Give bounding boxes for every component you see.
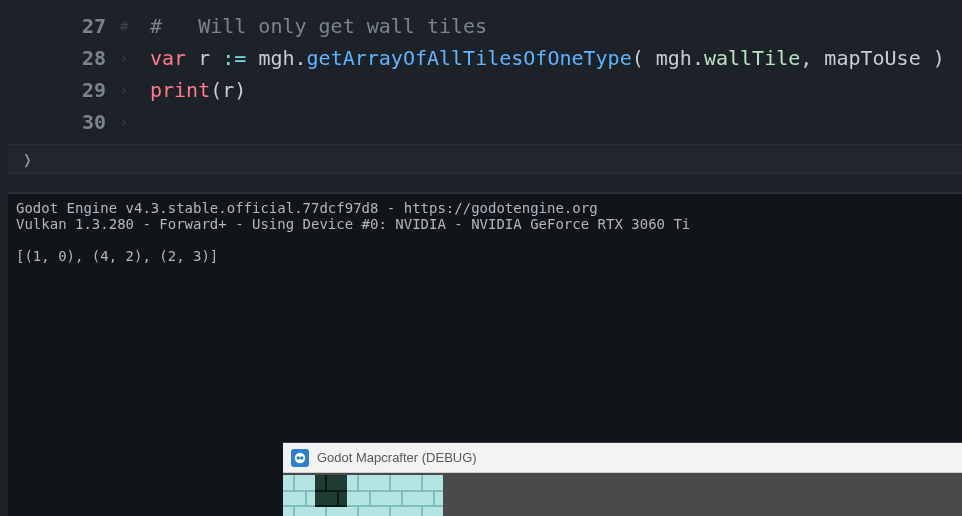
line-number: 29 xyxy=(0,74,120,106)
fold-marker: › xyxy=(120,106,150,138)
floor-tile xyxy=(283,475,315,507)
output-panel[interactable]: Godot Engine v4.3.stable.official.77dcf9… xyxy=(8,192,962,516)
line-number: 27 xyxy=(0,10,120,42)
floor-tile xyxy=(379,475,411,507)
game-window-title: Godot Mapcrafter (DEBUG) xyxy=(317,450,477,465)
floor-tile xyxy=(347,507,379,516)
line-number: 28 xyxy=(0,42,120,74)
fold-marker: › xyxy=(120,42,150,74)
output-print-line: [(1, 0), (4, 2), (2, 3)] xyxy=(8,232,962,264)
chevron-right-icon: ❭ xyxy=(22,149,33,170)
floor-tile xyxy=(283,507,315,516)
code-line[interactable]: 29›print(r) xyxy=(0,74,962,106)
game-viewport xyxy=(283,473,962,516)
output-engine-line: Godot Engine v4.3.stable.official.77dcf9… xyxy=(8,194,962,216)
floor-tile xyxy=(411,507,443,516)
wall-tile xyxy=(315,475,347,507)
code-content[interactable]: var r := mgh.getArrayOfAllTilesOfOneType… xyxy=(150,42,945,74)
code-line[interactable]: 28›var r := mgh.getArrayOfAllTilesOfOneT… xyxy=(0,42,962,74)
floor-tile xyxy=(411,475,443,507)
svg-point-1 xyxy=(297,456,301,460)
svg-point-2 xyxy=(300,456,304,460)
line-number: 30 xyxy=(0,106,120,138)
floor-tile xyxy=(379,507,411,516)
game-window-titlebar[interactable]: Godot Mapcrafter (DEBUG) xyxy=(283,443,962,473)
godot-icon xyxy=(291,449,309,467)
code-line[interactable]: 30› xyxy=(0,106,962,138)
tilemap xyxy=(283,475,443,516)
game-window[interactable]: Godot Mapcrafter (DEBUG) xyxy=(283,442,962,516)
output-device-line: Vulkan 1.3.280 - Forward+ - Using Device… xyxy=(8,216,962,232)
code-content[interactable]: # Will only get wall tiles xyxy=(150,10,487,42)
floor-tile xyxy=(315,507,347,516)
floor-tile xyxy=(347,475,379,507)
fold-marker: › xyxy=(120,74,150,106)
code-line[interactable]: 27## Will only get wall tiles xyxy=(0,10,962,42)
code-content[interactable]: print(r) xyxy=(150,74,246,106)
panel-collapse-handle[interactable]: ❭ xyxy=(8,144,962,174)
fold-marker: # xyxy=(120,10,150,42)
code-editor[interactable]: 27## Will only get wall tiles28›var r :=… xyxy=(0,0,962,174)
